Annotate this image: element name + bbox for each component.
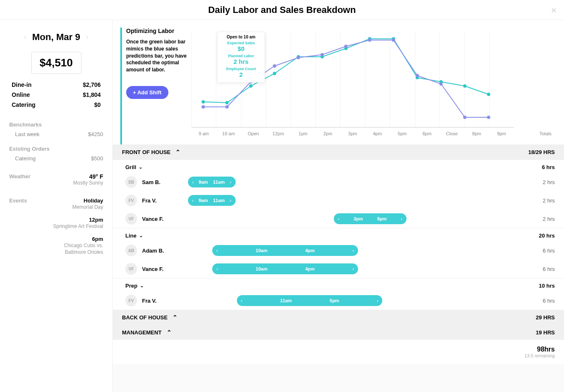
role-row[interactable]: Prep⌄10 hrs: [113, 278, 564, 291]
x-tick: Close: [440, 131, 464, 136]
shift-row: SB Sam B. ‹ 9am 11am › 2 hrs: [113, 173, 564, 191]
role-row[interactable]: Line⌄20 hrs: [113, 228, 564, 241]
avatar: VF: [125, 263, 137, 275]
x-tick: 8pm: [464, 131, 489, 136]
chevron-up-icon: ⌃: [167, 329, 172, 336]
shift-bar[interactable]: ‹ 10am 4pm ›: [212, 245, 358, 256]
chevron-left-icon[interactable]: ‹: [24, 33, 26, 41]
shift-bar[interactable]: ‹ 10am 4pm ›: [212, 263, 358, 274]
chevron-left-icon[interactable]: ‹: [192, 180, 193, 185]
svg-point-21: [392, 38, 395, 42]
svg-point-19: [344, 45, 348, 48]
shift-hours: 2 hrs: [543, 179, 555, 185]
svg-point-23: [440, 82, 443, 86]
shift-bar[interactable]: ‹ 11am 5pm ›: [237, 295, 383, 306]
breakdown-row: Online$1,804: [12, 91, 101, 98]
benchmark-row: Last week$4250: [9, 131, 103, 137]
chart: 9 am10 amOpen12pm1pm2pm3pm4pm5pm6pmClose…: [191, 28, 564, 144]
shift-hours: 2 hrs: [543, 216, 555, 222]
svg-point-12: [487, 93, 490, 96]
info-panel: Optimizing Labor Once the green labor ba…: [120, 28, 191, 144]
shift-row: VF Vance F. ‹ 3pm 6pm › 2 hrs: [113, 210, 564, 228]
date-nav: ‹ Mon, Mar 9 ›: [9, 32, 103, 43]
chart-tooltip: Open to 10 am Expected Sales $0 Planned …: [217, 32, 265, 83]
section-header[interactable]: BACK OF HOUSE⌃29 hrs: [113, 310, 564, 325]
x-tick: 3pm: [340, 131, 365, 136]
sidebar: ‹ Mon, Mar 9 › $4,510 Dine-in$2,706Onlin…: [0, 20, 113, 392]
x-tick: 2pm: [315, 131, 340, 136]
x-tick: 9pm: [489, 131, 514, 136]
page-title: Daily Labor and Sales Breakdown: [208, 5, 356, 15]
chevron-up-icon: ⌃: [175, 149, 180, 155]
shift-row: FV Fra V. ‹ 11am 5pm › 6 hrs: [113, 291, 564, 310]
total-sales: $4,510: [31, 52, 81, 74]
chevron-left-icon[interactable]: ‹: [216, 267, 218, 271]
chevron-down-icon: ⌄: [140, 283, 144, 288]
employee-name: Sam B.: [142, 179, 188, 185]
order-row: Catering$500: [9, 155, 103, 162]
totals-label: Totals: [539, 131, 551, 136]
svg-point-11: [463, 84, 467, 88]
svg-point-3: [273, 72, 276, 75]
shift-row: VF Vance F. ‹ 10am 4pm › 6 hrs: [113, 260, 564, 278]
x-tick: 6pm: [415, 131, 440, 136]
svg-point-13: [201, 105, 205, 109]
svg-point-22: [416, 74, 419, 77]
date-display: Mon, Mar 9: [32, 32, 80, 43]
close-icon[interactable]: ×: [551, 5, 556, 16]
svg-point-16: [273, 64, 276, 68]
info-title: Optimizing Labor: [126, 28, 191, 34]
chevron-left-icon[interactable]: ‹: [241, 298, 242, 303]
events-label: Events: [9, 197, 45, 262]
breakdown-row: Dine-in$2,706: [12, 81, 101, 88]
chevron-up-icon: ⌃: [173, 314, 178, 321]
shift-hours: 6 hrs: [543, 266, 555, 272]
shift-bar[interactable]: ‹ 9am 11am ›: [188, 195, 236, 206]
x-tick: 10 am: [216, 131, 241, 136]
section-header[interactable]: FRONT OF HOUSE⌃18/29 hrs: [113, 144, 564, 159]
add-shift-button[interactable]: + Add Shift: [126, 86, 168, 99]
content: Optimizing Labor Once the green labor ba…: [113, 20, 564, 392]
role-row[interactable]: Grill⌄6 hrs: [113, 159, 564, 173]
chevron-right-icon[interactable]: ›: [353, 248, 354, 253]
shift-hours: 6 hrs: [543, 298, 555, 304]
shift-row: AB Adam B. ‹ 10am 4pm › 6 hrs: [113, 241, 564, 260]
shift-bar[interactable]: ‹ 9am 11am ›: [188, 177, 236, 187]
x-tick: 1pm: [291, 131, 315, 136]
x-tick: 9 am: [191, 131, 216, 136]
chevron-left-icon[interactable]: ‹: [338, 217, 339, 221]
section-header[interactable]: MANAGEMENT⌃19 hrs: [113, 325, 564, 340]
totals-footer: 98hrs13.5 remaining: [113, 340, 564, 364]
chevron-right-icon[interactable]: ›: [230, 180, 231, 185]
chevron-left-icon[interactable]: ‹: [216, 248, 218, 253]
employee-name: Vance F.: [142, 266, 188, 272]
chevron-left-icon[interactable]: ‹: [192, 198, 193, 203]
employee-name: Fra V.: [142, 197, 188, 204]
svg-point-1: [225, 101, 229, 104]
svg-point-2: [249, 84, 252, 88]
weather-desc: Mostly Sunny: [73, 180, 103, 186]
existing-orders-label: Existing Orders: [9, 146, 103, 152]
event-item: HolidayMemorial Day: [45, 197, 103, 211]
svg-point-17: [297, 56, 300, 59]
event-item: 6pmChicago Cubs vs. Baltimore Orioles: [45, 236, 103, 256]
svg-point-0: [201, 100, 205, 104]
chevron-down-icon: ⌄: [139, 233, 143, 238]
shift-bar[interactable]: ‹ 3pm 6pm ›: [334, 213, 406, 224]
chevron-right-icon[interactable]: ›: [377, 298, 378, 303]
x-tick: Open: [241, 131, 266, 136]
chevron-right-icon[interactable]: ›: [86, 33, 88, 41]
weather-temp: 49° F: [73, 173, 103, 180]
chevron-right-icon[interactable]: ›: [353, 267, 354, 271]
svg-point-25: [487, 116, 490, 119]
avatar: SB: [125, 176, 137, 188]
shift-hours: 6 hrs: [543, 248, 555, 254]
svg-point-18: [320, 53, 324, 56]
benchmarks-label: Benchmarks: [9, 121, 103, 128]
header: Daily Labor and Sales Breakdown ×: [0, 0, 564, 20]
chevron-right-icon[interactable]: ›: [230, 198, 231, 203]
weather-label: Weather: [9, 173, 30, 186]
x-tick: 5pm: [390, 131, 414, 136]
chevron-right-icon[interactable]: ›: [401, 217, 402, 221]
avatar: FV: [125, 295, 137, 306]
